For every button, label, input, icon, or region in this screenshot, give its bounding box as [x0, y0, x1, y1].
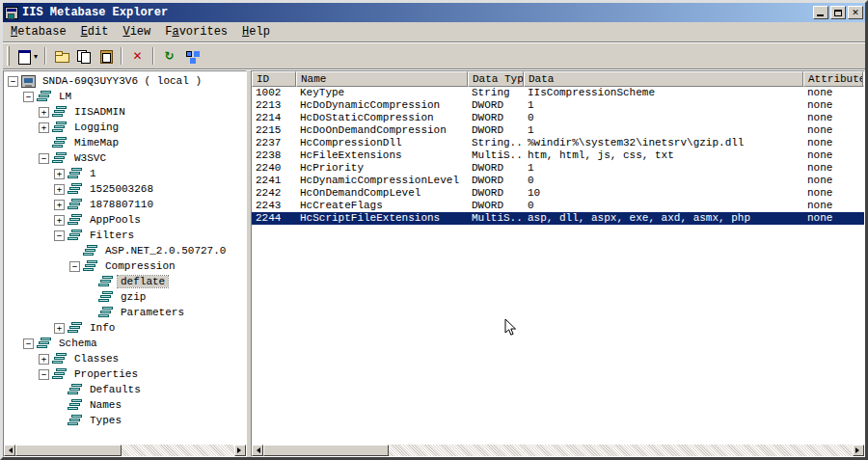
table-row[interactable]: 2213HcDoDynamicCompressionDWORD1none: [252, 99, 864, 112]
table-row[interactable]: 2238HcFileExtensionsMultiS...htm, html, …: [252, 149, 864, 162]
tree-item-w3svc[interactable]: −W3SVC: [4, 150, 246, 166]
table-row[interactable]: 2215HcDoOnDemandCompressionDWORD1none: [252, 124, 864, 137]
cell-id: 2242: [252, 187, 296, 200]
list-horizontal-scrollbar[interactable]: [252, 445, 864, 456]
open-button[interactable]: [50, 45, 72, 67]
metabase-key-icon: [83, 260, 98, 272]
table-row[interactable]: 1002KeyTypeStringIIsCompressionSchemenon…: [252, 87, 864, 99]
column-header-data[interactable]: Data: [524, 71, 803, 87]
scroll-left-button[interactable]: [4, 445, 15, 456]
tree-item-snda-69q3uyy3v6-local[interactable]: −SNDA-69Q3UYY3V6 ( local ): [4, 73, 246, 89]
tree-item-classes[interactable]: +Classes: [4, 351, 246, 366]
tree-item-names[interactable]: Names: [4, 397, 246, 413]
tree-item-1878807110[interactable]: +1878807110: [4, 197, 246, 212]
expand-icon[interactable]: +: [39, 122, 49, 133]
tree-item-defaults[interactable]: Defaults: [4, 382, 246, 397]
tree-item-types[interactable]: Types: [4, 413, 246, 428]
scroll-right-button[interactable]: [853, 445, 864, 456]
expand-icon[interactable]: +: [54, 215, 65, 226]
column-header-attributes[interactable]: Attributes: [803, 71, 863, 87]
collapse-icon[interactable]: −: [23, 338, 34, 349]
menu-item-metabase[interactable]: Metabase: [4, 23, 74, 41]
toolbar-grip[interactable]: [7, 46, 10, 66]
copy-button[interactable]: [72, 45, 95, 67]
cell-data: 0: [524, 112, 803, 124]
tree-item-lm[interactable]: −LM: [4, 89, 246, 104]
collapse-icon[interactable]: −: [8, 76, 18, 87]
tree-item-1525003268[interactable]: +1525003268: [4, 181, 246, 197]
delete-icon: ✕: [130, 49, 146, 63]
table-row[interactable]: 2243HcCreateFlagsDWORD0none: [252, 200, 864, 212]
menu-item-edit[interactable]: Edit: [74, 23, 117, 41]
app-window: IIS Metabase Explorer ✕ MetabaseEditView…: [0, 0, 868, 460]
expand-icon[interactable]: +: [54, 323, 65, 334]
scrollbar-thumb[interactable]: [263, 445, 389, 456]
tree-item-iisadmin[interactable]: +IISADMIN: [4, 104, 246, 120]
tree-item-asp-net-2-0-50727-0[interactable]: ASP.NET_2.0.50727.0: [4, 243, 246, 258]
metabase-key-icon: [68, 399, 83, 411]
tree-item-info[interactable]: +Info: [4, 320, 246, 336]
cell-name: HcDynamicCompressionLevel: [296, 175, 468, 187]
expand-icon[interactable]: +: [39, 107, 49, 118]
column-header-name[interactable]: Name: [296, 71, 468, 87]
collapse-icon[interactable]: −: [69, 261, 80, 272]
tree-item-filters[interactable]: −Filters: [4, 228, 246, 243]
scrollbar-track[interactable]: [389, 445, 853, 456]
close-button[interactable]: ✕: [848, 6, 863, 19]
column-header-id[interactable]: ID: [252, 71, 296, 87]
collapse-icon[interactable]: −: [39, 369, 49, 380]
new-key-button[interactable]: ▾: [14, 45, 41, 67]
metabase-key-icon: [52, 152, 68, 164]
expand-icon[interactable]: +: [54, 184, 65, 195]
table-row[interactable]: 2240HcPriorityDWORD1none: [252, 162, 864, 175]
cell-id: 2214: [252, 112, 296, 124]
tree-item-schema[interactable]: −Schema: [4, 336, 246, 351]
cell-id: 2237: [252, 137, 296, 149]
maximize-button[interactable]: [830, 6, 846, 19]
window-controls: ✕: [813, 6, 863, 19]
tree-item-gzip[interactable]: gzip: [4, 289, 246, 305]
cell-data-type: String: [468, 87, 524, 99]
tree-item-parameters[interactable]: Parameters: [4, 305, 246, 320]
table-row[interactable]: 2241HcDynamicCompressionLevelDWORD0none: [252, 175, 864, 187]
network-button[interactable]: [180, 45, 203, 67]
tree-item-label: Logging: [71, 122, 122, 133]
tree-item-label: MimeMap: [71, 137, 122, 149]
collapse-icon[interactable]: −: [23, 92, 34, 102]
table-row[interactable]: 2242HcOnDemandCompLevelDWORD10none: [252, 187, 864, 200]
refresh-button[interactable]: ↻: [158, 45, 180, 67]
menu-item-view[interactable]: View: [116, 23, 158, 41]
menu-item-help[interactable]: Help: [235, 23, 278, 41]
tree-item-1[interactable]: +1: [4, 166, 246, 181]
collapse-icon[interactable]: −: [39, 153, 49, 164]
scroll-left-button[interactable]: [252, 445, 263, 456]
delete-button[interactable]: ✕: [126, 45, 149, 67]
metabase-key-icon: [68, 214, 83, 226]
cell-id: 2238: [252, 149, 296, 162]
scroll-right-button[interactable]: [234, 445, 246, 456]
minimize-button[interactable]: [813, 6, 828, 19]
menu-item-favorites[interactable]: Favorites: [158, 23, 235, 41]
paste-button[interactable]: [95, 45, 117, 67]
tree-item-properties[interactable]: −Properties: [4, 366, 246, 382]
tree-horizontal-scrollbar[interactable]: [4, 445, 246, 456]
scrollbar-track[interactable]: [122, 445, 234, 456]
table-row[interactable]: 2244HcScriptFileExtensionsMultiS...asp, …: [252, 212, 864, 225]
table-row[interactable]: 2237HcCompressionDllString...%windir%\sy…: [252, 137, 864, 149]
tree-item-label: SNDA-69Q3UYY3V6 ( local ): [40, 75, 204, 87]
table-row[interactable]: 2214HcDoStaticCompressionDWORD0none: [252, 112, 864, 124]
tree-item-compression[interactable]: −Compression: [4, 258, 246, 274]
tree-item-apppools[interactable]: +AppPools: [4, 212, 246, 228]
metabase-key-icon: [68, 230, 83, 241]
toolbar-separator: [121, 47, 122, 65]
expand-icon[interactable]: +: [39, 354, 49, 365]
tree-item-mimemap[interactable]: MimeMap: [4, 135, 246, 150]
expand-icon[interactable]: +: [54, 200, 65, 210]
tree-item-label: Parameters: [118, 307, 187, 318]
column-header-data-type[interactable]: Data Type: [468, 71, 524, 87]
scrollbar-thumb[interactable]: [15, 445, 122, 456]
expand-icon[interactable]: +: [54, 169, 65, 179]
tree-item-logging[interactable]: +Logging: [4, 120, 246, 135]
collapse-icon[interactable]: −: [54, 230, 65, 241]
tree-item-deflate[interactable]: deflate: [4, 274, 246, 289]
